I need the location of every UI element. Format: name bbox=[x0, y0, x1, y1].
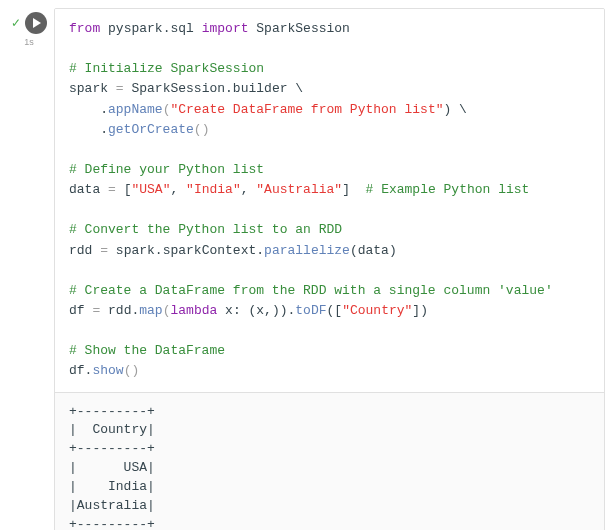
string-literal: "Australia" bbox=[256, 182, 342, 197]
indent: . bbox=[69, 102, 108, 117]
comment: # Initialize SparkSession bbox=[69, 61, 264, 76]
cell-gutter: ✓ 1s bbox=[4, 8, 54, 530]
comma: , bbox=[241, 182, 257, 197]
variable: rdd bbox=[69, 243, 92, 258]
lambda-body: x: (x,)). bbox=[217, 303, 295, 318]
method: parallelize bbox=[264, 243, 350, 258]
parens: () bbox=[124, 363, 140, 378]
builder-chain: SparkSession.builder \ bbox=[131, 81, 303, 96]
comment: # Example Python list bbox=[350, 182, 529, 197]
check-icon: ✓ bbox=[11, 17, 21, 29]
operator: = bbox=[108, 182, 116, 197]
variable: data bbox=[69, 182, 100, 197]
code-editor[interactable]: from pyspark.sql import SparkSession # I… bbox=[55, 9, 604, 392]
variable: df bbox=[69, 303, 85, 318]
cell-content: from pyspark.sql import SparkSession # I… bbox=[54, 8, 605, 530]
variable: spark bbox=[69, 81, 108, 96]
operator: = bbox=[100, 243, 108, 258]
play-icon bbox=[32, 18, 42, 28]
method: getOrCreate bbox=[108, 122, 194, 137]
keyword-import: import bbox=[202, 21, 249, 36]
comma: , bbox=[170, 182, 186, 197]
comment: # Convert the Python list to an RDD bbox=[69, 222, 342, 237]
notebook-cell: ✓ 1s from pyspark.sql import SparkSessio… bbox=[0, 0, 609, 530]
comment: # Create a DataFrame from the RDD with a… bbox=[69, 283, 553, 298]
indent: . bbox=[69, 122, 108, 137]
operator: = bbox=[116, 81, 124, 96]
keyword-from: from bbox=[69, 21, 100, 36]
method: show bbox=[92, 363, 123, 378]
method: appName bbox=[108, 102, 163, 117]
tail: ) \ bbox=[443, 102, 466, 117]
keyword-lambda: lambda bbox=[170, 303, 217, 318]
args-open: ([ bbox=[327, 303, 343, 318]
args-close: ]) bbox=[412, 303, 428, 318]
class-name: SparkSession bbox=[256, 21, 350, 36]
string-literal: "Create DataFrame from Python list" bbox=[170, 102, 443, 117]
run-button[interactable] bbox=[25, 12, 47, 34]
string-literal: "Country" bbox=[342, 303, 412, 318]
method: map bbox=[139, 303, 162, 318]
object: df. bbox=[69, 363, 92, 378]
string-literal: "India" bbox=[186, 182, 241, 197]
method: toDF bbox=[295, 303, 326, 318]
args: (data) bbox=[350, 243, 397, 258]
bracket: ] bbox=[342, 182, 350, 197]
module-name: pyspark.sql bbox=[108, 21, 194, 36]
comment: # Define your Python list bbox=[69, 162, 264, 177]
string-literal: "USA" bbox=[131, 182, 170, 197]
cell-output: +---------+ | Country| +---------+ | USA… bbox=[55, 392, 604, 530]
comment: # Show the DataFrame bbox=[69, 343, 225, 358]
object-chain: spark.sparkContext. bbox=[116, 243, 264, 258]
cell-status-row: ✓ bbox=[11, 12, 47, 34]
operator: = bbox=[92, 303, 100, 318]
object: rdd. bbox=[108, 303, 139, 318]
execution-time: 1s bbox=[24, 37, 34, 47]
parens: () bbox=[194, 122, 210, 137]
